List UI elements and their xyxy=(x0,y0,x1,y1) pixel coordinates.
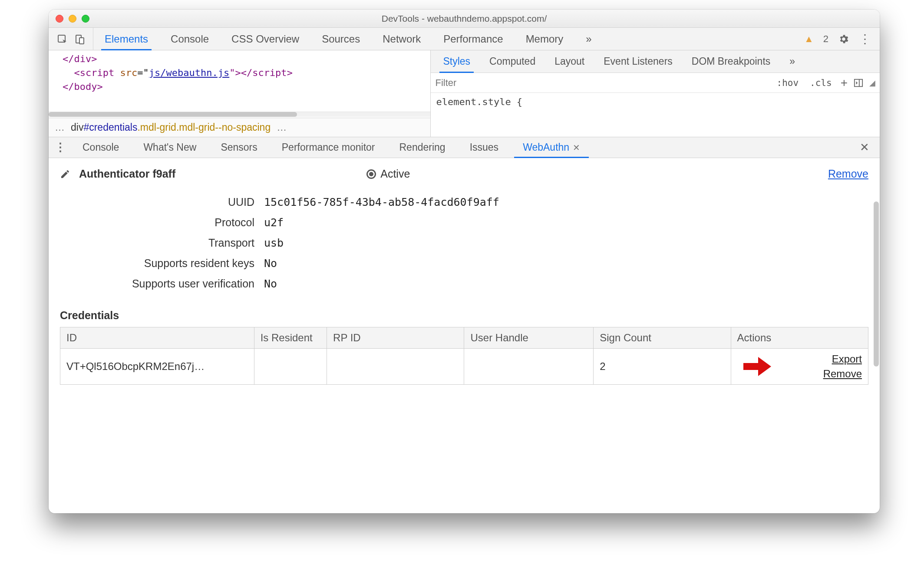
elements-split: </div> <script src="js/webauthn.js"></sc… xyxy=(49,50,880,137)
tab-network[interactable]: Network xyxy=(371,28,432,50)
cred-id: VT+Ql516ObcpKRM2En67j… xyxy=(60,349,254,385)
drawer-tab-sensors[interactable]: Sensors xyxy=(208,137,269,158)
cred-rp-id xyxy=(327,349,464,385)
styles-tab-event-listeners[interactable]: Event Listeners xyxy=(594,50,682,73)
svg-rect-2 xyxy=(79,38,84,44)
tab-performance[interactable]: Performance xyxy=(432,28,514,50)
window-title: DevTools - webauthndemo.appspot.com/ xyxy=(49,13,880,24)
remove-credential-link[interactable]: Remove xyxy=(823,368,862,380)
kebab-menu-icon[interactable]: ⋮ xyxy=(859,32,870,46)
toggle-sidebar-icon[interactable] xyxy=(854,78,863,88)
close-drawer-icon[interactable]: ✕ xyxy=(860,141,874,154)
styles-tab-computed[interactable]: Computed xyxy=(480,50,545,73)
add-rule-icon[interactable]: + xyxy=(841,76,848,90)
table-row: VT+Ql516ObcpKRM2En67j… 2 Export Remove xyxy=(60,349,868,385)
warning-icon[interactable]: ▲ xyxy=(804,33,814,45)
styles-tab-styles[interactable]: Styles xyxy=(433,50,480,73)
resize-corner-icon[interactable]: ◢ xyxy=(869,78,875,88)
styles-filter-row: :hov .cls + ◢ xyxy=(431,73,880,93)
close-tab-icon[interactable]: ✕ xyxy=(573,142,580,153)
tab-sources[interactable]: Sources xyxy=(310,28,371,50)
elements-code[interactable]: </div> <script src="js/webauthn.js"></sc… xyxy=(49,50,430,112)
main-toolbar: Elements Console CSS Overview Sources Ne… xyxy=(49,28,880,50)
drawer-tab-issues[interactable]: Issues xyxy=(458,137,511,158)
tab-elements[interactable]: Elements xyxy=(93,28,159,50)
annotation-arrow-icon xyxy=(742,354,773,379)
credentials-heading: Credentials xyxy=(60,309,868,322)
breadcrumb-current[interactable]: div#credentials.mdl-grid.mdl-grid--no-sp… xyxy=(71,122,271,133)
table-header-row: ID Is Resident RP ID User Handle Sign Co… xyxy=(60,327,868,349)
verify-label: Supports user verification xyxy=(60,277,264,290)
remove-authenticator-link[interactable]: Remove xyxy=(828,168,868,180)
titlebar: DevTools - webauthndemo.appspot.com/ xyxy=(49,10,880,28)
col-user-handle[interactable]: User Handle xyxy=(464,327,594,349)
tab-memory[interactable]: Memory xyxy=(515,28,575,50)
tab-console[interactable]: Console xyxy=(159,28,220,50)
col-is-resident[interactable]: Is Resident xyxy=(254,327,327,349)
horizontal-scrollbar[interactable] xyxy=(49,112,430,117)
credentials-table: ID Is Resident RP ID User Handle Sign Co… xyxy=(60,327,868,385)
webauthn-panel: Authenticator f9aff Active Remove UUID 1… xyxy=(49,158,880,513)
drawer-tabbar: ⋮ Console What's New Sensors Performance… xyxy=(49,137,880,158)
drawer-tab-webauthn[interactable]: WebAuthn ✕ xyxy=(511,137,592,158)
drawer-tab-whats-new[interactable]: What's New xyxy=(131,137,208,158)
cred-actions: Export Remove xyxy=(731,349,868,385)
resident-label: Supports resident keys xyxy=(60,257,264,270)
toolbar-right: ▲ 2 ⋮ xyxy=(804,32,880,46)
devtools-window: DevTools - webauthndemo.appspot.com/ Ele… xyxy=(49,10,880,513)
device-toolbar-icon[interactable] xyxy=(75,34,84,44)
settings-gear-icon[interactable] xyxy=(838,33,849,45)
authenticator-header: Authenticator f9aff Active Remove xyxy=(60,168,868,180)
hov-toggle[interactable]: :hov xyxy=(774,78,801,88)
drawer-tab-performance-monitor[interactable]: Performance monitor xyxy=(270,137,387,158)
authenticator-name: Authenticator f9aff xyxy=(79,168,175,180)
uuid-value: 15c01f56-785f-43b4-ab58-4facd60f9aff xyxy=(264,196,868,208)
drawer-menu-icon[interactable]: ⋮ xyxy=(55,141,70,154)
main-tabs: Elements Console CSS Overview Sources Ne… xyxy=(93,28,603,50)
inspect-element-icon[interactable] xyxy=(57,34,67,44)
breadcrumb-prev[interactable]: … xyxy=(55,122,65,133)
col-id[interactable]: ID xyxy=(60,327,254,349)
vertical-scrollbar[interactable] xyxy=(874,201,879,366)
toolbar-left-icons xyxy=(49,28,93,50)
col-rp-id[interactable]: RP ID xyxy=(327,327,464,349)
active-radio[interactable]: Active xyxy=(366,168,410,180)
cls-toggle[interactable]: .cls xyxy=(807,78,835,88)
styles-tab-dom-breakpoints[interactable]: DOM Breakpoints xyxy=(682,50,780,73)
tab-css-overview[interactable]: CSS Overview xyxy=(220,28,310,50)
drawer-tab-console[interactable]: Console xyxy=(70,137,131,158)
elements-tree-pane: </div> <script src="js/webauthn.js"></sc… xyxy=(49,50,431,137)
styles-subtabs: Styles Computed Layout Event Listeners D… xyxy=(431,50,880,73)
breadcrumb-next[interactable]: … xyxy=(277,122,287,133)
cred-is-resident xyxy=(254,349,327,385)
breadcrumb[interactable]: … div#credentials.mdl-grid.mdl-grid--no-… xyxy=(49,118,430,137)
styles-filter-input[interactable] xyxy=(435,77,768,89)
active-label: Active xyxy=(380,168,410,180)
authenticator-details: UUID 15c01f56-785f-43b4-ab58-4facd60f9af… xyxy=(60,196,868,290)
col-actions[interactable]: Actions xyxy=(731,327,868,349)
transport-label: Transport xyxy=(60,237,264,249)
more-tabs-button[interactable]: » xyxy=(574,28,603,50)
styles-tab-layout[interactable]: Layout xyxy=(545,50,594,73)
protocol-value: u2f xyxy=(264,216,868,229)
cred-user-handle xyxy=(464,349,594,385)
transport-value: usb xyxy=(264,237,868,249)
uuid-label: UUID xyxy=(60,196,264,208)
svg-rect-3 xyxy=(855,79,862,86)
styles-pane: Styles Computed Layout Event Listeners D… xyxy=(431,50,880,137)
verify-value: No xyxy=(264,277,868,290)
warning-count[interactable]: 2 xyxy=(823,33,828,45)
col-sign-count[interactable]: Sign Count xyxy=(594,327,731,349)
export-credential-link[interactable]: Export xyxy=(832,353,862,365)
edit-pencil-icon[interactable] xyxy=(60,169,70,179)
style-rule-body[interactable]: element.style { xyxy=(431,93,880,137)
styles-more-tabs[interactable]: » xyxy=(780,50,805,73)
drawer-tab-rendering[interactable]: Rendering xyxy=(387,137,458,158)
resident-value: No xyxy=(264,257,868,270)
protocol-label: Protocol xyxy=(60,216,264,229)
radio-icon xyxy=(366,169,376,179)
cred-sign-count: 2 xyxy=(594,349,731,385)
